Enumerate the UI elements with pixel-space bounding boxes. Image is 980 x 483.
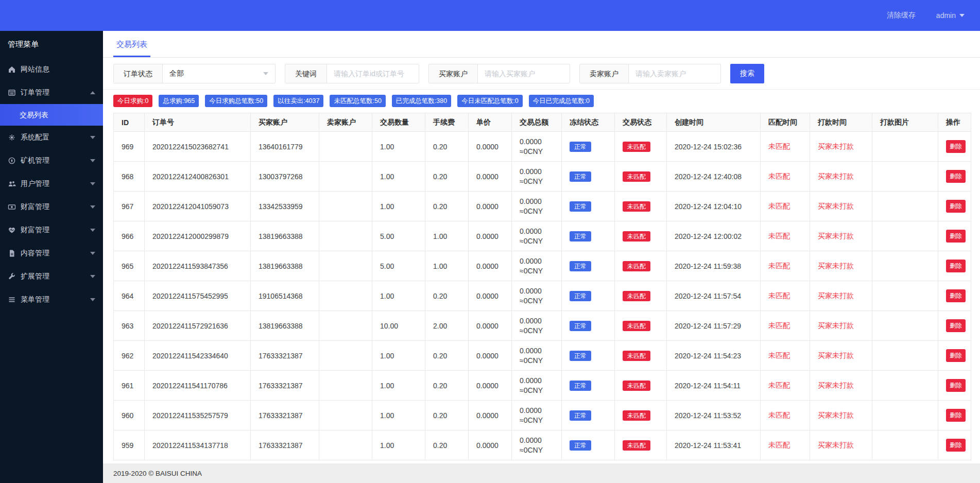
main-content: 交易列表 订单状态 全部 关键词 买家账户 卖家账户 搜索: [103, 31, 980, 483]
cell-pay-image: [872, 311, 938, 341]
cell-match-time: 未匹配: [761, 221, 810, 251]
delete-button[interactable]: 删除: [946, 230, 966, 243]
match-time-text: 未匹配: [768, 441, 790, 449]
cell-buyer-account: 13003797268: [251, 162, 319, 192]
sidebar-item-label: 系统配置: [21, 133, 49, 142]
sidebar-item-user-mgmt[interactable]: 用户管理: [0, 172, 103, 195]
column-header: 单价: [469, 113, 512, 132]
delete-button[interactable]: 删除: [946, 170, 966, 183]
cell-match-time: 未匹配: [761, 401, 810, 430]
stat-badge: 以往卖出:4037: [273, 95, 323, 107]
sidebar-item-wealth-mgmt-1[interactable]: 财富管理: [0, 195, 103, 218]
seller-input[interactable]: [629, 64, 720, 83]
sidebar-item-site-info[interactable]: 网站信息: [0, 58, 103, 81]
keyword-input[interactable]: [327, 64, 419, 83]
trade-status-badge: 未匹配: [623, 410, 650, 421]
search-button[interactable]: 搜索: [730, 64, 764, 83]
cell-fee: 1.00: [425, 221, 469, 251]
delete-button[interactable]: 删除: [946, 409, 966, 422]
cell-total-amount: 0.0000≈0CNY: [512, 192, 562, 221]
sidebar-item-extension-mgmt[interactable]: 扩展管理: [0, 265, 103, 288]
cell-pay-time: 买家未打款: [810, 341, 872, 371]
cell-action: 删除: [938, 162, 971, 192]
tab-trade-list[interactable]: 交易列表: [113, 40, 150, 57]
cell-pay-image: [872, 401, 938, 430]
cell-seller-account: [319, 371, 372, 401]
cell-trade-status: 未匹配: [615, 371, 667, 401]
cell-order-no: 2020122415023682741: [145, 132, 251, 162]
sidebar-item-order-mgmt[interactable]: 订单管理: [0, 81, 103, 104]
cell-action: 删除: [938, 221, 971, 251]
cell-fee: 0.20: [425, 132, 469, 162]
column-header: 创建时间: [667, 113, 761, 132]
cell-seller-account: [319, 221, 372, 251]
chevron-up-icon: [90, 91, 95, 94]
table-row: 9602020122411535257579176333213871.000.2…: [114, 401, 971, 430]
app-root: 清除缓存 admin 管理菜单 网站信息订单管理交易列表系统配置矿机管理用户管理…: [0, 0, 980, 483]
delete-button[interactable]: 删除: [946, 349, 966, 362]
delete-button[interactable]: 删除: [946, 140, 966, 153]
cell-unit-price: 0.0000: [469, 341, 512, 371]
cell-pay-time: 买家未打款: [810, 132, 872, 162]
trade-status-badge: 未匹配: [623, 351, 650, 361]
column-header: 打款时间: [810, 113, 872, 132]
sidebar-subitem-trade-list[interactable]: 交易列表: [0, 104, 103, 126]
cell-seller-account: [319, 192, 372, 221]
stat-badge: 今日未匹配总笔数:0: [457, 95, 522, 107]
cell-total-amount: 0.0000≈0CNY: [512, 132, 562, 162]
delete-button[interactable]: 删除: [946, 319, 966, 332]
cell-action: 删除: [938, 311, 971, 341]
sidebar-item-label: 财富管理: [21, 226, 49, 235]
cell-buyer-account: 19106514368: [251, 281, 319, 311]
order-status-filter: 订单状态 全部: [113, 64, 276, 83]
buyer-input[interactable]: [478, 64, 570, 83]
cell-freeze-status: 正常: [562, 401, 615, 430]
sidebar-item-system-config[interactable]: 系统配置: [0, 126, 103, 149]
admin-menu[interactable]: admin: [936, 11, 965, 20]
page-footer: 2019-2020 © BAISUI CHINA: [103, 463, 980, 483]
cell-unit-price: 0.0000: [469, 430, 512, 460]
sidebar-item-wealth-mgmt-2[interactable]: 财富管理: [0, 218, 103, 242]
sidebar-item-menu-mgmt[interactable]: 菜单管理: [0, 288, 103, 311]
pay-time-text: 买家未打款: [818, 411, 854, 419]
delete-button[interactable]: 删除: [946, 200, 966, 213]
cell-order-no: 2020122411593847356: [145, 251, 251, 281]
delete-button[interactable]: 删除: [946, 260, 966, 272]
order-status-select[interactable]: 全部: [163, 64, 275, 83]
cell-seller-account: [319, 281, 372, 311]
cell-buyer-account: 13640161779: [251, 132, 319, 162]
stat-badge: 今日求购总笔数:50: [205, 95, 267, 107]
trade-status-badge: 未匹配: [623, 381, 650, 391]
cell-unit-price: 0.0000: [469, 132, 512, 162]
cell-unit-price: 0.0000: [469, 221, 512, 251]
chevron-down-icon: [90, 136, 95, 139]
chevron-down-icon: [90, 182, 95, 185]
clear-cache-link[interactable]: 清除缓存: [887, 11, 916, 20]
cell-total-amount: 0.0000≈0CNY: [512, 281, 562, 311]
cell-quantity: 1.00: [372, 162, 425, 192]
cell-pay-image: [872, 132, 938, 162]
cell-created-time: 2020-12-24 11:57:29: [667, 311, 761, 341]
match-time-text: 未匹配: [768, 411, 790, 419]
cell-action: 删除: [938, 132, 971, 162]
cell-fee: 0.20: [425, 371, 469, 401]
cell-match-time: 未匹配: [761, 192, 810, 221]
cell-freeze-status: 正常: [562, 341, 615, 371]
trade-status-badge: 未匹配: [623, 291, 650, 301]
pay-time-text: 买家未打款: [818, 142, 854, 150]
pay-time-text: 买家未打款: [818, 262, 854, 270]
cell-action: 删除: [938, 192, 971, 221]
cell-order-no: 2020122412041059073: [145, 192, 251, 221]
column-header: 买家账户: [251, 113, 319, 132]
cell-buyer-account: 17633321387: [251, 401, 319, 430]
table-row: 9622020122411542334640176333213871.000.2…: [114, 341, 971, 371]
delete-button[interactable]: 删除: [946, 379, 966, 392]
delete-button[interactable]: 删除: [946, 439, 966, 452]
delete-button[interactable]: 删除: [946, 289, 966, 302]
freeze-status-badge: 正常: [570, 231, 591, 242]
sidebar-item-content-mgmt[interactable]: 内容管理: [0, 242, 103, 265]
cell-total-amount: 0.0000≈0CNY: [512, 311, 562, 341]
cell-total-amount: 0.0000≈0CNY: [512, 162, 562, 192]
sidebar-item-miner-mgmt[interactable]: 矿机管理: [0, 149, 103, 172]
match-time-text: 未匹配: [768, 232, 790, 240]
